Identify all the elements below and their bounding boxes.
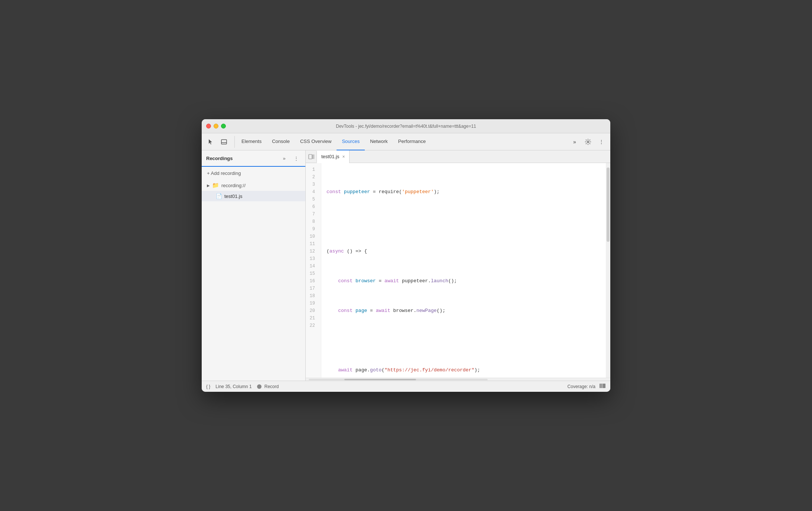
line-num-11: 11 <box>306 240 318 248</box>
file-icon: 📄 <box>216 193 222 199</box>
add-recording-button[interactable]: + Add recording <box>202 167 305 180</box>
cursor-icon <box>207 139 214 145</box>
maximize-button[interactable] <box>221 124 226 128</box>
tab-console[interactable]: Console <box>267 133 295 150</box>
sidebar-header: Recordings » ⋮ <box>202 150 305 167</box>
line-num-18: 18 <box>306 292 318 300</box>
line-num-6: 6 <box>306 203 318 211</box>
svg-rect-0 <box>221 140 227 144</box>
line-num-14: 14 <box>306 263 318 270</box>
record-label: Record <box>264 384 279 389</box>
toolbar-icons <box>205 136 235 148</box>
line-num-3: 3 <box>306 181 318 188</box>
editor-tab-filename: test01.js <box>321 154 339 159</box>
toolbar: Elements Console CSS Overview Sources Ne… <box>202 133 610 150</box>
coverage-icon-button[interactable] <box>599 383 606 390</box>
minimize-button[interactable] <box>214 124 218 128</box>
line-num-22: 22 <box>306 322 318 329</box>
gear-icon <box>585 139 591 145</box>
sidebar-kebab-button[interactable]: ⋮ <box>291 153 301 163</box>
format-button[interactable]: { } <box>206 384 210 389</box>
line-numbers: 1 2 3 4 5 6 7 8 9 10 11 12 13 14 15 16 1 <box>306 163 321 378</box>
code-line-3: (async () => { <box>327 248 606 255</box>
code-line-1: const puppeteer = require('puppeteer'); <box>327 188 606 196</box>
editor-area: test01.js × 1 2 3 4 5 6 7 8 9 10 11 12 <box>306 150 610 381</box>
line-num-16: 16 <box>306 277 318 285</box>
line-num-13: 13 <box>306 255 318 263</box>
code-editor[interactable]: 1 2 3 4 5 6 7 8 9 10 11 12 13 14 15 16 1 <box>306 163 610 378</box>
code-line-6 <box>327 337 606 344</box>
scrollbar[interactable] <box>606 163 610 378</box>
folder-icon: 📁 <box>212 182 219 189</box>
coverage-icon <box>599 383 606 388</box>
tab-performance[interactable]: Performance <box>393 133 431 150</box>
line-num-10: 10 <box>306 233 318 240</box>
tab-elements[interactable]: Elements <box>236 133 267 150</box>
devtools-window: DevTools - jec.fyi/demo/recorder?email=t… <box>202 119 610 392</box>
line-num-2: 2 <box>306 173 318 181</box>
code-content[interactable]: const puppeteer = require('puppeteer'); … <box>321 163 606 378</box>
line-num-12: 12 <box>306 248 318 255</box>
status-left: { } Line 35, Column 1 Record <box>206 384 279 389</box>
record-dot-icon <box>257 384 262 389</box>
h-scroll-track <box>309 379 488 380</box>
status-bar: { } Line 35, Column 1 Record Coverage: n… <box>202 381 610 392</box>
navigate-files-icon <box>308 154 314 160</box>
window-title: DevTools - jec.fyi/demo/recorder?email=t… <box>336 124 476 129</box>
tab-nav-button[interactable] <box>306 151 317 162</box>
code-line-4: const browser = await puppeteer.launch()… <box>327 277 606 285</box>
kebab-menu-button[interactable]: ⋮ <box>595 136 607 148</box>
svg-rect-3 <box>309 154 312 159</box>
nav-tabs: Elements Console CSS Overview Sources Ne… <box>236 133 569 150</box>
main-content: Recordings » ⋮ + Add recording ▶ 📁 recor… <box>202 150 610 381</box>
cursor-position: Line 35, Column 1 <box>215 384 251 389</box>
line-num-4: 4 <box>306 188 318 196</box>
cursor-icon-button[interactable] <box>205 136 217 148</box>
file-test01[interactable]: 📄 test01.js <box>202 191 305 201</box>
line-num-5: 5 <box>306 196 318 203</box>
line-num-17: 17 <box>306 285 318 292</box>
coverage-label: Coverage: n/a <box>568 384 595 389</box>
line-num-15: 15 <box>306 270 318 277</box>
traffic-lights <box>206 124 226 128</box>
expand-icon: ▶ <box>207 183 210 188</box>
editor-tab-test01[interactable]: test01.js × <box>317 150 350 163</box>
h-scroll-thumb[interactable] <box>344 379 416 380</box>
folder-recording[interactable]: ▶ 📁 recording:// <box>202 180 305 191</box>
folder-name: recording:// <box>221 183 246 188</box>
sidebar: Recordings » ⋮ + Add recording ▶ 📁 recor… <box>202 150 306 381</box>
svg-point-2 <box>587 141 589 143</box>
code-line-7: await page.goto("https://jec.fyi/demo/re… <box>327 367 606 374</box>
record-button[interactable]: Record <box>257 384 279 389</box>
close-button[interactable] <box>206 124 211 128</box>
tab-css-overview[interactable]: CSS Overview <box>295 133 337 150</box>
editor-tabs: test01.js × <box>306 150 610 163</box>
scrollbar-thumb[interactable] <box>607 167 610 242</box>
sidebar-header-icons: » ⋮ <box>279 153 301 163</box>
file-tree: ▶ 📁 recording:// 📄 test01.js <box>202 180 305 381</box>
horizontal-scrollbar[interactable] <box>306 378 610 381</box>
line-num-1: 1 <box>306 166 318 173</box>
file-name: test01.js <box>224 193 242 199</box>
code-line-5: const page = await browser.newPage(); <box>327 307 606 315</box>
line-num-19: 19 <box>306 300 318 307</box>
editor-tab-close[interactable]: × <box>342 154 345 159</box>
tab-sources[interactable]: Sources <box>337 133 365 150</box>
tab-network[interactable]: Network <box>365 133 393 150</box>
line-num-21: 21 <box>306 315 318 322</box>
sidebar-more-button[interactable]: » <box>279 153 289 163</box>
line-num-9: 9 <box>306 225 318 233</box>
line-num-7: 7 <box>306 211 318 218</box>
more-tabs-button[interactable]: » <box>569 136 581 148</box>
code-line-2 <box>327 218 606 225</box>
toolbar-right: » ⋮ <box>569 136 607 148</box>
dock-icon-button[interactable] <box>218 136 230 148</box>
line-num-8: 8 <box>306 218 318 225</box>
dock-icon <box>221 139 227 145</box>
status-right: Coverage: n/a <box>568 383 606 390</box>
titlebar: DevTools - jec.fyi/demo/recorder?email=t… <box>202 119 610 133</box>
sidebar-title: Recordings <box>206 156 279 161</box>
line-num-20: 20 <box>306 307 318 315</box>
settings-button[interactable] <box>582 136 594 148</box>
